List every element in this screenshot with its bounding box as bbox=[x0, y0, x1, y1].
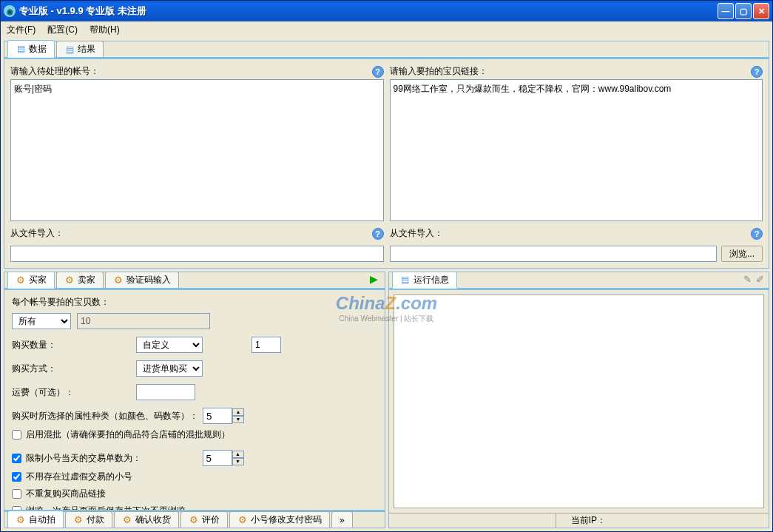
main-window: ◉ 专业版 - v1.9.9 专业版 未注册 — ▢ ✕ 文件(F) 配置(C)… bbox=[0, 0, 773, 532]
accounts-label: 请输入待处理的帐号： bbox=[10, 65, 372, 78]
import-accounts-label: 从文件导入： bbox=[10, 227, 372, 240]
cb-norepeat-label: 不重复购买商品链接 bbox=[26, 488, 106, 500]
close-button[interactable]: ✕ bbox=[753, 3, 769, 19]
pencil-icon[interactable]: ✎ bbox=[743, 274, 752, 285]
menu-config[interactable]: 配置(C) bbox=[47, 24, 78, 36]
doc-icon: ▤ bbox=[400, 275, 411, 285]
cb-browse-label: 浏览一次产品页面后保存并下次不再浏览 bbox=[26, 505, 186, 510]
cb-mixed-label: 启用混批（请确保要拍的商品符合店铺的混批规则） bbox=[26, 428, 230, 441]
menu-file[interactable]: 文件(F) bbox=[7, 24, 36, 36]
content: ▤ 数据 ▤ 结果 请输入待处理的帐号： ? 账号|密码 从文件导入： bbox=[1, 38, 772, 531]
tab-pay[interactable]: ⚙付款 bbox=[65, 511, 112, 528]
gear-icon: ⚙ bbox=[73, 515, 84, 525]
help-icon[interactable]: ? bbox=[751, 228, 763, 240]
menu-help[interactable]: 帮助(H) bbox=[90, 24, 120, 36]
help-icon[interactable]: ? bbox=[372, 228, 384, 240]
cb-mixed[interactable] bbox=[12, 430, 21, 440]
action-tabbar: ⚙自动拍 ⚙付款 ⚙确认收货 ⚙评价 ⚙小号修改支付密码 » bbox=[4, 510, 385, 528]
gear-icon: ⚙ bbox=[16, 514, 26, 525]
qty-select[interactable]: 自定义 bbox=[136, 337, 203, 353]
run-panel: ▤ 运行信息 ✎ ✐ 当前IP： bbox=[388, 272, 770, 528]
note-icon[interactable]: ✐ bbox=[756, 274, 764, 285]
data-icon: ▤ bbox=[16, 44, 26, 54]
run-output bbox=[394, 294, 765, 508]
tab-data[interactable]: ▤ 数据 bbox=[7, 40, 55, 58]
play-icon[interactable]: ▶ bbox=[368, 273, 380, 285]
bottom-pane: ⚙ 买家 ⚙ 卖家 ⚙ 验证码输入 ▶ 每个帐号要拍的宝贝数： bbox=[4, 272, 769, 528]
accounts-col: 请输入待处理的帐号： ? 账号|密码 从文件导入： ? bbox=[10, 65, 384, 262]
ship-label: 运费（可选）： bbox=[12, 386, 130, 399]
gear-icon: ⚙ bbox=[16, 275, 26, 285]
attr-spinner[interactable]: ▲▼ bbox=[203, 408, 244, 424]
qty-label: 购买数量： bbox=[12, 339, 130, 351]
tab-runinfo[interactable]: ▤ 运行信息 bbox=[392, 272, 457, 289]
statusbar: 当前IP： bbox=[389, 513, 769, 528]
cb-nofake[interactable] bbox=[12, 472, 21, 482]
run-tabbar: ▤ 运行信息 ✎ ✐ bbox=[389, 272, 769, 290]
help-icon[interactable]: ? bbox=[751, 66, 763, 78]
tab-review[interactable]: ⚙评价 bbox=[180, 511, 228, 528]
import-links-label: 从文件导入： bbox=[390, 227, 752, 240]
import-links-input[interactable] bbox=[390, 246, 717, 262]
tab-result[interactable]: ▤ 结果 bbox=[56, 41, 104, 57]
items-label: 每个帐号要拍的宝贝数： bbox=[12, 296, 377, 309]
method-label: 购买方式： bbox=[12, 363, 130, 375]
tab-captcha[interactable]: ⚙ 验证码输入 bbox=[105, 272, 179, 288]
tab-changepw[interactable]: ⚙小号修改支付密码 bbox=[229, 511, 330, 528]
ship-input[interactable] bbox=[136, 384, 195, 400]
menubar: 文件(F) 配置(C) 帮助(H) bbox=[1, 21, 772, 38]
tab-confirm[interactable]: ⚙确认收货 bbox=[114, 511, 179, 528]
links-col: 请输入要拍的宝贝链接： ? 99网络工作室，只为爆款而生，稳定不降权，官网：ww… bbox=[390, 65, 763, 262]
browse-links-button[interactable]: 浏览... bbox=[721, 246, 763, 262]
links-textarea[interactable]: 99网络工作室，只为爆款而生，稳定不降权，官网：www.99alibov.com bbox=[390, 79, 763, 221]
minimize-button[interactable]: — bbox=[718, 3, 734, 19]
gear-icon: ⚙ bbox=[113, 275, 124, 286]
import-accounts-input[interactable] bbox=[10, 246, 384, 262]
gear-icon: ⚙ bbox=[64, 275, 75, 286]
tab-seller[interactable]: ⚙ 卖家 bbox=[56, 272, 104, 288]
maximize-button[interactable]: ▢ bbox=[735, 3, 752, 19]
method-select[interactable]: 进货单购买 bbox=[136, 360, 203, 377]
app-icon: ◉ bbox=[4, 5, 16, 17]
gear-icon: ⚙ bbox=[189, 515, 199, 525]
titlebar: ◉ 专业版 - v1.9.9 专业版 未注册 — ▢ ✕ bbox=[1, 1, 772, 21]
qty-number[interactable] bbox=[252, 337, 281, 353]
tab-more[interactable]: » bbox=[331, 511, 353, 528]
limit-spinner[interactable]: ▲▼ bbox=[203, 450, 244, 466]
settings-tabbar: ⚙ 买家 ⚙ 卖家 ⚙ 验证码输入 ▶ bbox=[4, 272, 385, 290]
cb-nofake-label: 不用存在过虚假交易的小号 bbox=[26, 471, 132, 483]
items-number bbox=[77, 313, 210, 329]
attr-label: 购买时所选择的属性种类（如颜色、码数等）： bbox=[12, 410, 198, 422]
result-icon: ▤ bbox=[64, 44, 75, 55]
gear-icon: ⚙ bbox=[237, 515, 248, 525]
items-select[interactable]: 所有 bbox=[12, 313, 71, 329]
window-controls: — ▢ ✕ bbox=[718, 3, 769, 19]
window-title: 专业版 - v1.9.9 专业版 未注册 bbox=[19, 4, 718, 18]
accounts-textarea[interactable]: 账号|密码 bbox=[10, 79, 384, 221]
status-ip: 当前IP： bbox=[556, 514, 621, 528]
gear-icon: ⚙ bbox=[122, 515, 132, 525]
top-two-col: 请输入待处理的帐号： ? 账号|密码 从文件导入： ? 请输入要拍的宝贝链接： bbox=[4, 59, 769, 268]
tab-auto[interactable]: ⚙自动拍 bbox=[7, 511, 64, 528]
links-label: 请输入要拍的宝贝链接： bbox=[390, 65, 752, 78]
help-icon[interactable]: ? bbox=[372, 66, 384, 78]
top-tabbar: ▤ 数据 ▤ 结果 bbox=[4, 41, 769, 59]
cb-norepeat[interactable] bbox=[12, 489, 21, 499]
top-pane: ▤ 数据 ▤ 结果 请输入待处理的帐号： ? 账号|密码 从文件导入： bbox=[4, 41, 769, 269]
buyer-form: 每个帐号要拍的宝贝数： 所有 购买数量： 自定义 购买方式： 进货单购买 bbox=[4, 290, 385, 510]
tab-buyer[interactable]: ⚙ 买家 bbox=[7, 272, 55, 289]
settings-panel: ⚙ 买家 ⚙ 卖家 ⚙ 验证码输入 ▶ 每个帐号要拍的宝贝数： bbox=[4, 272, 385, 528]
cb-limit-label: 限制小号当天的交易单数为： bbox=[26, 452, 141, 465]
cb-limit[interactable] bbox=[12, 454, 21, 463]
